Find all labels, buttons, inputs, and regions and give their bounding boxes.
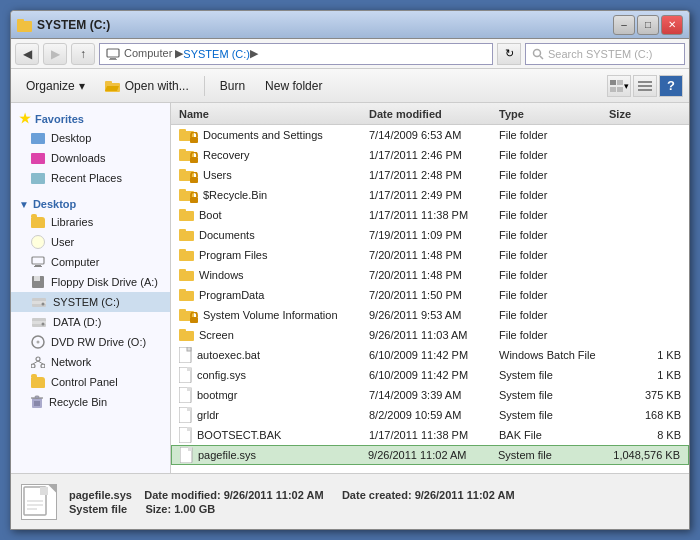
sidebar-item-computer[interactable]: Computer (11, 252, 170, 272)
file-icon (179, 367, 193, 383)
lock-overlay-svg (189, 192, 199, 203)
details-view-button[interactable] (633, 75, 657, 97)
table-row[interactable]: Documents and Settings7/14/2009 6:53 AMF… (171, 125, 689, 145)
sidebar-item-system-c[interactable]: SYSTEM (C:) (11, 292, 170, 312)
svg-rect-18 (34, 266, 42, 267)
search-box[interactable]: Search SYSTEM (C:) (525, 43, 685, 65)
file-name-text: Users (203, 169, 232, 181)
svg-rect-45 (190, 157, 198, 163)
sidebar-item-user[interactable]: User (11, 232, 170, 252)
table-row[interactable]: Windows7/20/2011 1:48 PMFile folder (171, 265, 689, 285)
table-row[interactable]: bootmgr7/14/2009 3:39 AMSystem file375 K… (171, 385, 689, 405)
toolbar: Organize ▾ Open with... Burn New folder (11, 69, 689, 103)
file-name-cell: ProgramData (175, 288, 365, 301)
svg-rect-48 (190, 177, 198, 183)
file-name-cell: Documents (175, 228, 365, 241)
table-row[interactable]: Screen9/26/2011 11:03 AMFile folder (171, 325, 689, 345)
sidebar-item-network[interactable]: Network (11, 352, 170, 372)
svg-rect-2 (107, 49, 119, 57)
table-row[interactable]: BOOTSECT.BAK1/17/2011 11:38 PMBAK File8 … (171, 425, 689, 445)
file-name-text: grldr (197, 409, 219, 421)
table-row[interactable]: $Recycle.Bin1/17/2011 2:49 PMFile folder (171, 185, 689, 205)
file-date-cell: 1/17/2011 11:38 PM (365, 429, 495, 441)
open-with-button[interactable]: Open with... (96, 73, 198, 99)
file-size-cell: 8 KB (605, 429, 685, 441)
folder-open-icon (105, 79, 121, 92)
folder-icon (179, 268, 195, 281)
minimize-button[interactable]: – (613, 15, 635, 35)
sidebar-item-desktop[interactable]: Desktop (11, 128, 170, 148)
file-type-cell: File folder (495, 169, 605, 181)
file-name-cell: Boot (175, 208, 365, 221)
sidebar-item-data-d[interactable]: DATA (D:) (11, 312, 170, 332)
table-row[interactable]: Recovery1/17/2011 2:46 PMFile folder (171, 145, 689, 165)
maximize-button[interactable]: □ (637, 15, 659, 35)
table-row[interactable]: Documents7/19/2011 1:09 PMFile folder (171, 225, 689, 245)
sidebar-item-recycle-bin[interactable]: Recycle Bin (11, 392, 170, 412)
col-size[interactable]: Size (605, 108, 685, 120)
svg-rect-63 (179, 309, 186, 313)
sidebar-item-floppy[interactable]: Floppy Disk Drive (A:) (11, 272, 170, 292)
file-name-text: Documents and Settings (203, 129, 323, 141)
table-row[interactable]: System Volume Information9/26/2011 9:53 … (171, 305, 689, 325)
lock-folder-icon (179, 147, 199, 163)
table-row[interactable]: ProgramData7/20/2011 1:50 PMFile folder (171, 285, 689, 305)
sidebar-item-libraries[interactable]: Libraries (11, 212, 170, 232)
file-type-cell: File folder (495, 189, 605, 201)
sidebar-item-control-panel[interactable]: Control Panel (11, 372, 170, 392)
svg-rect-72 (187, 387, 191, 391)
address-path[interactable]: Computer ▶ SYSTEM (C:) ▶ (99, 43, 493, 65)
forward-button[interactable]: ▶ (43, 43, 67, 65)
table-row[interactable]: Users1/17/2011 2:48 PMFile folder (171, 165, 689, 185)
col-type[interactable]: Type (495, 108, 605, 120)
desktop-section[interactable]: ▼ Desktop (11, 194, 170, 212)
sidebar-item-dvd-o[interactable]: DVD RW Drive (O:) (11, 332, 170, 352)
refresh-button[interactable]: ↻ (497, 43, 521, 65)
new-folder-button[interactable]: New folder (256, 73, 331, 99)
svg-rect-16 (32, 257, 44, 264)
file-date-cell: 1/17/2011 11:38 PM (365, 209, 495, 221)
svg-rect-44 (179, 149, 186, 153)
file-size-cell: 1 KB (605, 349, 685, 361)
table-row[interactable]: config.sys6/10/2009 11:42 PMSystem file1… (171, 365, 689, 385)
table-row[interactable]: grldr8/2/2009 10:59 AMSystem file168 KB (171, 405, 689, 425)
file-name-cell: Recovery (175, 147, 365, 163)
computer-icon (106, 48, 120, 60)
file-name-text: Documents (199, 229, 255, 241)
svg-rect-53 (179, 209, 186, 213)
burn-button[interactable]: Burn (211, 73, 254, 99)
view-options-button[interactable]: ▾ (607, 75, 631, 97)
svg-rect-41 (179, 129, 186, 133)
file-date-cell: 1/17/2011 2:49 PM (365, 189, 495, 201)
file-name-text: Windows (199, 269, 244, 281)
file-rows-container: Documents and Settings7/14/2009 6:53 AMF… (171, 125, 689, 465)
file-type-cell: File folder (495, 149, 605, 161)
view-icon (610, 80, 624, 92)
file-date-cell: 6/10/2009 11:42 PM (365, 369, 495, 381)
libraries-icon (31, 217, 45, 228)
title-bar: SYSTEM (C:) – □ ✕ (11, 11, 689, 39)
sidebar-item-recent[interactable]: Recent Places (11, 168, 170, 188)
col-name[interactable]: Name (175, 108, 365, 120)
col-date[interactable]: Date modified (365, 108, 495, 120)
file-size-cell: 168 KB (605, 409, 685, 421)
favorites-section[interactable]: ★ Favorites (11, 107, 170, 128)
svg-rect-36 (35, 396, 39, 398)
table-row[interactable]: Program Files7/20/2011 1:48 PMFile folde… (171, 245, 689, 265)
svg-point-30 (31, 364, 35, 368)
help-button[interactable]: ? (659, 75, 683, 97)
organize-button[interactable]: Organize ▾ (17, 73, 94, 99)
up-button[interactable]: ↑ (71, 43, 95, 65)
table-row[interactable]: Boot1/17/2011 11:38 PMFile folder (171, 205, 689, 225)
back-button[interactable]: ◀ (15, 43, 39, 65)
sidebar-item-downloads[interactable]: Downloads (11, 148, 170, 168)
close-button[interactable]: ✕ (661, 15, 683, 35)
table-row[interactable]: pagefile.sys9/26/2011 11:02 AMSystem fil… (171, 445, 689, 465)
file-type-cell: File folder (495, 249, 605, 261)
file-name-text: bootmgr (197, 389, 237, 401)
lock-folder-icon (179, 187, 199, 203)
lock-folder-icon (179, 167, 199, 183)
file-name-cell: Program Files (175, 248, 365, 261)
recycle-bin-label: Recycle Bin (49, 396, 107, 408)
table-row[interactable]: autoexec.bat6/10/2009 11:42 PMWindows Ba… (171, 345, 689, 365)
